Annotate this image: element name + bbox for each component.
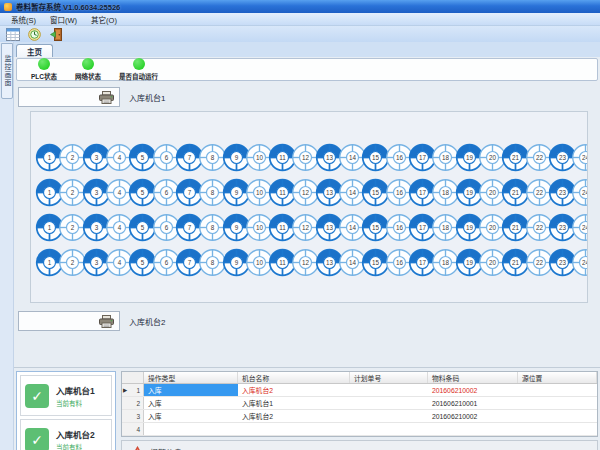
clock-icon[interactable] xyxy=(27,27,42,41)
svg-text:19: 19 xyxy=(466,154,473,161)
svg-text:2: 2 xyxy=(71,259,75,266)
cell xyxy=(518,410,597,422)
app-icon xyxy=(4,3,12,11)
machine2-card-name: 入库机台2 xyxy=(56,428,95,440)
svg-text:7: 7 xyxy=(188,259,192,266)
table-body: ▶1入库入库机台22016062100022入库入库机台120160621000… xyxy=(122,384,597,436)
warning-icon xyxy=(131,446,144,450)
svg-text:10: 10 xyxy=(256,224,263,231)
reel-row-4: 123456789101112131415161718192021222324 xyxy=(35,245,584,280)
tab-home[interactable]: 主页 xyxy=(16,44,53,57)
column-header-1[interactable]: 机台名称 xyxy=(238,372,350,383)
svg-text:13: 13 xyxy=(326,189,333,196)
svg-text:4: 4 xyxy=(118,224,122,231)
cell xyxy=(518,423,597,435)
cell: 201606210002 xyxy=(428,384,518,396)
indicator-plc: PLC状态 xyxy=(31,58,57,81)
table-header-row: 操作类型机台名称计划单号物料条码源位置 xyxy=(122,372,597,384)
title-bar: 卷料暂存系统 V1.0.6034.25526 xyxy=(0,0,600,13)
svg-text:21: 21 xyxy=(512,224,519,231)
svg-text:14: 14 xyxy=(349,259,356,266)
svg-text:15: 15 xyxy=(372,224,379,231)
svg-text:17: 17 xyxy=(419,154,426,161)
cell xyxy=(428,423,518,435)
svg-text:6: 6 xyxy=(164,259,168,266)
svg-text:11: 11 xyxy=(279,189,286,196)
exit-icon[interactable] xyxy=(49,27,64,41)
svg-text:22: 22 xyxy=(536,154,543,161)
svg-text:8: 8 xyxy=(211,224,215,231)
svg-text:18: 18 xyxy=(442,259,449,266)
cell xyxy=(350,384,428,396)
table-row[interactable]: 4 xyxy=(122,423,597,436)
column-header-2[interactable]: 计划单号 xyxy=(350,372,428,383)
network-status-label: 网络状态 xyxy=(75,71,101,81)
row-header: ▶1 xyxy=(122,384,144,396)
column-header-0[interactable]: 操作类型 xyxy=(144,372,238,383)
row-header: 3 xyxy=(122,410,144,422)
svg-text:10: 10 xyxy=(256,259,263,266)
machine2-card[interactable]: ✓ 入库机台2 当前有料 xyxy=(20,419,112,450)
svg-text:2: 2 xyxy=(71,154,75,161)
svg-text:17: 17 xyxy=(419,189,426,196)
svg-text:8: 8 xyxy=(211,189,215,196)
content-area: PLC状态 网络状态 是否自动运行 xyxy=(14,57,600,450)
svg-text:23: 23 xyxy=(559,189,566,196)
svg-text:6: 6 xyxy=(164,224,168,231)
alarm-label: 报警信息 xyxy=(150,447,182,450)
side-tab-monitor[interactable]: 监控画面 xyxy=(1,43,13,99)
side-tab-label: 监控画面 xyxy=(2,55,12,87)
svg-text:2: 2 xyxy=(71,189,75,196)
row-header: 2 xyxy=(122,397,144,409)
svg-text:12: 12 xyxy=(302,154,309,161)
cell: 入库机台2 xyxy=(238,384,350,396)
column-header-3[interactable]: 物料条码 xyxy=(428,372,518,383)
svg-text:12: 12 xyxy=(302,224,309,231)
svg-text:23: 23 xyxy=(559,154,566,161)
current-row-arrow: ▶ xyxy=(123,387,127,393)
svg-text:19: 19 xyxy=(466,259,473,266)
svg-text:23: 23 xyxy=(559,259,566,266)
svg-text:13: 13 xyxy=(326,259,333,266)
svg-text:4: 4 xyxy=(118,259,122,266)
svg-text:1: 1 xyxy=(48,259,52,266)
svg-text:21: 21 xyxy=(512,154,519,161)
menu-other[interactable]: 其它(O) xyxy=(84,13,124,26)
svg-text:1: 1 xyxy=(48,189,52,196)
menu-window[interactable]: 窗口(W) xyxy=(43,13,84,26)
column-header-4[interactable]: 源位置 xyxy=(518,372,597,383)
svg-text:9: 9 xyxy=(234,224,238,231)
cell xyxy=(350,410,428,422)
monitor-area: 入库机台1 1234567891011121314151617181920212… xyxy=(16,81,598,365)
svg-text:21: 21 xyxy=(512,259,519,266)
indicator-network: 网络状态 xyxy=(75,58,101,81)
autorun-status-dot xyxy=(133,58,145,70)
svg-text:1: 1 xyxy=(48,154,52,161)
table-row[interactable]: 2入库入库机台1201606210001 xyxy=(122,397,597,410)
grid-corner-cell xyxy=(122,372,144,383)
svg-text:20: 20 xyxy=(489,154,496,161)
status-panel: PLC状态 网络状态 是否自动运行 xyxy=(16,58,598,81)
svg-text:3: 3 xyxy=(94,224,98,231)
menu-system[interactable]: 系统(S) xyxy=(4,13,43,26)
svg-text:13: 13 xyxy=(326,224,333,231)
svg-text:9: 9 xyxy=(234,259,238,266)
svg-text:12: 12 xyxy=(302,259,309,266)
table-row[interactable]: 3入库入库机台2201606210002 xyxy=(122,410,597,423)
svg-text:23: 23 xyxy=(559,224,566,231)
machine2-print-box[interactable] xyxy=(18,311,120,331)
machine1-card[interactable]: ✓ 入库机台1 当前有料 xyxy=(20,375,112,416)
svg-text:10: 10 xyxy=(256,189,263,196)
svg-text:14: 14 xyxy=(349,154,356,161)
tab-strip: 主页 xyxy=(0,42,600,57)
schedule-icon[interactable] xyxy=(5,27,20,41)
printer-icon xyxy=(99,91,114,104)
reel-row-3: 123456789101112131415161718192021222324 xyxy=(35,210,584,245)
svg-text:18: 18 xyxy=(442,224,449,231)
table-row[interactable]: ▶1入库入库机台2201606210002 xyxy=(122,384,597,397)
svg-text:4: 4 xyxy=(118,154,122,161)
svg-text:22: 22 xyxy=(536,259,543,266)
machine1-print-box[interactable] xyxy=(18,87,120,107)
machine2-card-status: 当前有料 xyxy=(56,442,95,450)
printer-icon xyxy=(99,315,114,328)
